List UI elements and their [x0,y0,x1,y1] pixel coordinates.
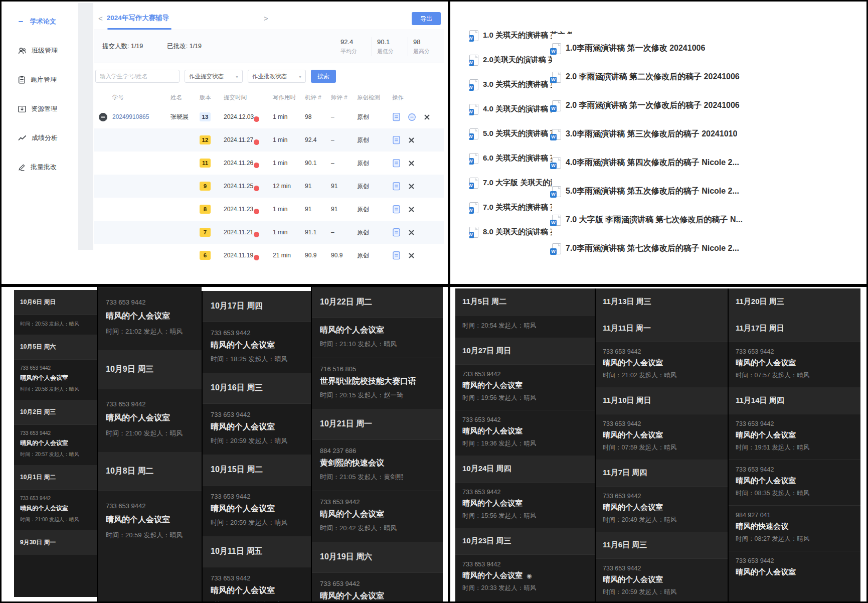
chevron-right-icon[interactable]: > [260,14,272,23]
machine-score: 90.1 [305,160,331,167]
meeting-card[interactable]: 733 653 9442晴风的个人会议室◉时间：20:33 发起人：晴风 [455,554,595,600]
version-badge[interactable]: 7 [200,228,211,237]
meeting-card[interactable]: 733 653 9442晴风的个人会议室时间：20:49 发起人：晴风 [596,486,728,532]
meeting-card[interactable]: 733 653 9442晴风的个人会议室时间：20:59 发起人：晴风 [203,403,311,455]
originality-result: 原创 [357,159,392,168]
submit-status-select[interactable]: 作业提交状态▾ [185,70,243,83]
submission-row[interactable]: 82024.11.231 min9191原创 [94,198,444,221]
meeting-card[interactable]: 733 653 9442晴风的个人会议室时间：20:59 发起人：晴风 [596,558,728,601]
meeting-card[interactable]: 733 653 9442晴风的个人会议室时间：19:51 发起人：晴风 [729,414,860,460]
file-item[interactable]: 1.0李雨涵演讲稿 第一次修改 20241006 [552,34,853,63]
sidebar-item-6[interactable]: 批量批改 [14,153,78,182]
close-icon[interactable] [423,113,431,121]
search-button[interactable]: 搜索 [311,70,336,83]
chevron-left-icon[interactable]: < [94,14,107,23]
meeting-time-host: 时间：20:59 发起人：晴风 [211,518,303,527]
meeting-card[interactable]: 733 653 9442晴风的个人会议室时间：19:36 发起人：晴风 [455,410,595,456]
date-header: 10月1日 周二 [14,465,97,490]
meeting-card[interactable]: 时间：20:53 发起人：晴风 [14,315,97,335]
meeting-card[interactable]: 733 653 9442晴风的个人会议室时间：20:57 发起人：晴风 [203,567,311,601]
meeting-card[interactable]: 时间：20:54 发起人：晴风 [455,315,595,338]
meeting-card[interactable]: 716 516 805世界职业院校技能大赛口语时间：20:15 发起人：赵一琦 [312,358,443,409]
meeting-card[interactable]: 733 653 9442晴风的个人会议室时间：21:00 发起人：晴风 [98,389,202,452]
submission-row[interactable]: 72024.11.211 min91.1–原创 [94,221,444,244]
meeting-name: 晴风的个人会议室 [20,439,91,447]
submission-row[interactable]: 112024.11.261 min90.1–原创 [94,152,444,175]
file-item[interactable]: 7.0 大字版 李雨涵演讲稿 第七次修改后的稿子 N... [552,206,853,234]
submission-row[interactable]: 20249910865张晓晨132024.12.031 min98–原创 [94,105,444,128]
doc-icon[interactable] [392,159,401,168]
meeting-card[interactable]: 733 653 9442晴风的个人会议室时间：21:02 发起人：晴风 [596,342,728,387]
export-button[interactable]: 导出 [412,12,441,25]
doc-icon[interactable] [392,251,401,260]
meeting-card[interactable]: 733 653 9442晴风的个人会议室 [729,551,860,588]
meeting-card[interactable]: 733 653 9442晴风的个人会议室时间：19:56 发起人：晴风 [455,364,595,410]
meeting-id: 733 653 9442 [462,561,588,568]
close-icon[interactable] [408,206,415,213]
file-item[interactable]: 2.0 李雨涵演讲稿 第一次修改后的稿子 20241006 [552,91,853,120]
close-icon[interactable] [408,136,415,144]
close-icon[interactable] [408,229,415,236]
version-badge[interactable]: 12 [200,135,211,144]
meeting-card[interactable]: 733 653 9442晴风的个人会议室时间：12:07 发起人：晴风 [312,572,443,601]
close-icon[interactable] [408,160,415,167]
meeting-time-host: 时间：15:56 发起人：晴风 [462,512,588,520]
word-doc-icon [469,128,478,139]
close-icon[interactable] [408,252,415,259]
sidebar-item-4[interactable]: 资源管理 [14,94,78,123]
meeting-card[interactable]: 733 653 9442晴风的个人会议室时间：08:35 发起人：晴风 [729,460,860,505]
version-badge[interactable]: 6 [200,251,211,260]
doc-icon[interactable] [392,112,401,121]
meeting-card[interactable]: 733 653 9442晴风的个人会议室时间：20:42 发起人：晴风 [312,491,443,542]
meeting-card[interactable]: 733 653 9442晴风的个人会议室时间：07:59 发起人：晴风 [596,414,728,460]
file-item[interactable]: 4.0李雨涵演讲稿 第四次修改后的稿子 Nicole 2... [552,148,853,177]
sidebar-item-3[interactable]: 题库管理 [14,65,78,94]
teacher-score: – [331,113,357,120]
circle-minus-icon[interactable] [408,113,416,121]
student-search-input[interactable] [95,70,180,83]
meeting-time-host: 时间：08:35 发起人：晴风 [736,489,853,498]
sidebar-item-1[interactable]: 学术论文 [14,7,78,36]
submission-row[interactable]: 92024.11.2512 min9191原创 [94,175,444,198]
word-doc-icon [469,178,478,189]
meeting-time-host: 时间：21:02 发起人：晴风 [603,371,721,380]
meeting-card[interactable]: 984 927 041晴风的快速会议时间：08:27 发起人：晴风 [729,505,860,551]
submission-row[interactable]: 62024.11.1921 min90.990.9原创 [94,244,444,267]
meeting-card[interactable]: 733 653 9442晴风的个人会议室时间：20:58 发起人：晴风 [14,359,97,400]
meeting-card[interactable]: 884 237 686黄剑熙的快速会议时间：21:05 发起人：黄剑熙 [312,439,443,491]
meeting-card[interactable]: 733 653 9442晴风的个人会议室时间：21:02 发起人：晴风 [98,287,202,350]
meeting-card[interactable]: 733 653 9442晴风的个人会议室时间：20:57 发起人：晴风 [14,424,97,465]
file-item[interactable]: 3.0李雨涵演讲稿 第三次修改后的稿子 20241010 [552,120,853,148]
meeting-card[interactable]: 733 653 9442晴风的个人会议室时间：20:59 发起人：晴风 [98,491,202,554]
submission-row[interactable]: 122024.11.271 min92.4–原创 [94,128,444,152]
meeting-card[interactable]: 733 653 9442晴风的个人会议室时间：15:56 发起人：晴风 [455,482,595,528]
meeting-card[interactable]: 733 653 9442晴风的个人会议室时间：07:57 发起人：晴风 [729,342,860,387]
version-badge[interactable]: 9 [200,182,211,191]
doc-icon[interactable] [392,135,401,144]
version-badge[interactable]: 13 [200,112,211,121]
meeting-card[interactable]: 733 653 9442晴风的个人会议室时间：20:59 发起人：晴风 [203,485,311,536]
meeting-id: 733 653 9442 [20,496,91,501]
grade-status-select[interactable]: 作业批改状态▾ [248,70,306,83]
file-item[interactable]: 7.0李雨涵演讲稿 第七次修改后的稿子 Nicole 2... [552,234,853,263]
sidebar-item-2[interactable]: 班级管理 [14,36,78,65]
word-doc-icon [552,43,561,54]
file-item[interactable]: 5.0李雨涵演讲稿 第五次修改后的稿子 Nicole 2... [552,177,853,206]
meeting-card[interactable]: 733 653 9442晴风的个人会议室时间：18:25 发起人：晴风 [203,322,311,373]
version-badge[interactable]: 8 [200,205,211,214]
meeting-card[interactable]: 733 653 9442晴风的个人会议室时间：21:00 发起人：晴风 [14,490,97,530]
meeting-card[interactable]: 晴风的个人会议室时间：21:10 发起人：晴风 [312,318,443,358]
meeting-column: 10月22日 周二晴风的个人会议室时间：21:10 发起人：晴风716 516 … [311,287,443,601]
doc-icon[interactable] [392,205,401,214]
version-badge[interactable]: 11 [200,159,211,168]
meeting-time-host: 时间：19:51 发起人：晴风 [736,443,853,452]
doc-icon[interactable] [392,228,401,237]
meeting-id: 733 653 9442 [20,365,91,371]
sidebar-item-5[interactable]: 成绩分析 [14,123,78,153]
file-item[interactable]: 2.0 李雨涵演讲稿 第二次修改后的稿子 20241006 [552,63,853,91]
close-icon[interactable] [408,183,415,190]
meeting-history-october: 10月6日 周日时间：20:53 发起人：晴风10月5日 周六733 653 9… [3,287,448,601]
doc-icon[interactable] [392,182,401,191]
column-header: 版本 [200,94,224,101]
tab-contest[interactable]: 2024年写作大赛辅导 [107,14,169,24]
